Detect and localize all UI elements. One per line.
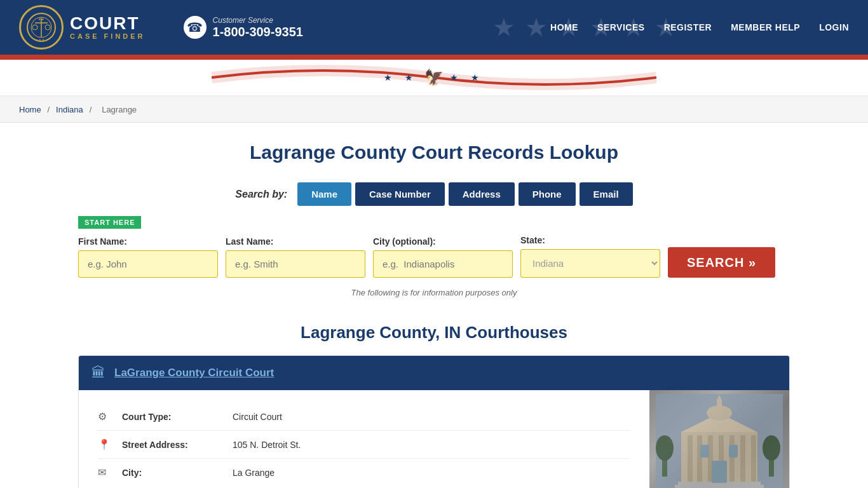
nav-member-help[interactable]: MEMBER HELP (731, 22, 800, 32)
main-content: Lagrange County Court Records Lookup Sea… (53, 123, 815, 488)
breadcrumb-sep-1: / (48, 105, 50, 114)
city-detail-value: La Grange (233, 468, 275, 478)
city-icon: ✉ (98, 466, 113, 478)
svg-rect-15 (697, 435, 702, 483)
last-name-field-group: Last Name: (226, 236, 365, 278)
last-name-input[interactable] (226, 250, 365, 278)
search-fields-row: First Name: Last Name: City (optional): … (78, 235, 790, 278)
breadcrumb-sep-2: / (90, 105, 92, 114)
ribbon-area: ★ ★ 🦅 ★ ★ (0, 60, 868, 97)
cs-phone: 1-800-309-9351 (213, 25, 303, 39)
court-type-icon: ⚙ (98, 410, 113, 423)
svg-rect-28 (700, 445, 709, 458)
logo-circle: ★ ★ ★ ★ ★ (19, 5, 64, 50)
start-here-badge: START HERE (78, 216, 790, 235)
svg-rect-26 (717, 400, 722, 414)
tab-phone[interactable]: Phone (519, 182, 576, 206)
ribbon-stars-left: ★ ★ (384, 72, 418, 83)
customer-service: ☎ Customer Service 1-800-309-9351 (184, 16, 303, 39)
ribbon-stars-right: ★ ★ (450, 72, 484, 83)
search-by-row: Search by: Name Case Number Address Phon… (78, 182, 790, 206)
svg-rect-19 (740, 435, 745, 483)
court-type-label: Court Type: (122, 412, 224, 422)
breadcrumb: Home / Indiana / Lagrange (0, 97, 868, 123)
svg-rect-29 (729, 445, 738, 458)
logo-sub-label: CASE FINDER (70, 32, 146, 40)
courthouse-image-placeholder (649, 390, 789, 488)
courthouse-image (649, 390, 789, 488)
city-detail-label: City: (122, 468, 224, 478)
detail-row-city: ✉ City: La Grange (98, 459, 630, 486)
tab-email[interactable]: Email (580, 182, 633, 206)
red-banner (0, 55, 868, 60)
cs-label: Customer Service (213, 16, 303, 25)
detail-row-court-type: ⚙ Court Type: Circuit Court (98, 403, 630, 431)
breadcrumb-home[interactable]: Home (19, 105, 41, 114)
courthouse-body: ⚙ Court Type: Circuit Court 📍 Street Add… (79, 390, 789, 488)
street-address-value: 105 N. Detroit St. (233, 440, 301, 450)
city-field-group: City (optional): (373, 236, 513, 278)
logo-text: COURT CASE FINDER (70, 15, 146, 40)
state-label: State: (520, 235, 660, 245)
courthouse-details: ⚙ Court Type: Circuit Court 📍 Street Add… (79, 390, 649, 488)
tab-address[interactable]: Address (449, 182, 515, 206)
main-nav: HOME SERVICES REGISTER MEMBER HELP LOGIN (550, 22, 849, 32)
page-title: Lagrange County Court Records Lookup (78, 142, 790, 163)
address-icon: 📍 (98, 438, 113, 451)
breadcrumb-lagrange: Lagrange (102, 105, 137, 114)
nav-register[interactable]: REGISTER (664, 22, 712, 32)
svg-rect-22 (675, 485, 764, 488)
courthouses-title: Lagrange County, IN Courthouses (78, 323, 790, 342)
tab-name[interactable]: Name (297, 182, 351, 206)
start-here-label: START HERE (78, 216, 141, 229)
state-select[interactable]: Indiana Alabama Alaska Arizona Arkansas … (520, 249, 660, 278)
svg-rect-18 (729, 435, 735, 483)
ribbon-eagle: 🦅 (424, 69, 444, 86)
search-by-label: Search by: (235, 189, 287, 200)
first-name-input[interactable] (78, 250, 218, 278)
svg-text:★ ★: ★ ★ (38, 17, 44, 21)
svg-point-12 (763, 435, 780, 461)
logo[interactable]: ★ ★ ★ ★ ★ COURT CASE FINDER (19, 5, 146, 50)
tab-case-number[interactable]: Case Number (355, 182, 445, 206)
svg-point-10 (656, 435, 674, 461)
svg-rect-30 (712, 461, 727, 483)
city-label: City (optional): (373, 236, 513, 247)
nav-services[interactable]: SERVICES (597, 22, 645, 32)
courthouse-icon: 🏛 (92, 365, 105, 381)
nav-login[interactable]: LOGIN (819, 22, 849, 32)
state-field-group: State: Indiana Alabama Alaska Arizona Ar… (520, 235, 660, 278)
svg-text:★ ★ ★: ★ ★ ★ (36, 38, 44, 41)
courthouse-name[interactable]: LaGrange County Circuit Court (114, 367, 274, 379)
site-header: ★ ★ ★ ★ ★ ★ ★ ★ ★ ★ ★ (0, 0, 868, 55)
first-name-field-group: First Name: (78, 236, 218, 278)
building-svg (656, 394, 783, 489)
street-address-label: Street Address: (122, 440, 224, 450)
svg-point-4 (32, 25, 37, 30)
svg-rect-14 (688, 435, 693, 483)
nav-home[interactable]: HOME (550, 22, 578, 32)
courthouse-card: 🏛 LaGrange County Circuit Court ⚙ Court … (78, 355, 790, 488)
breadcrumb-indiana[interactable]: Indiana (56, 105, 83, 114)
court-type-value: Circuit Court (233, 412, 282, 422)
search-section: Search by: Name Case Number Address Phon… (78, 182, 790, 297)
svg-point-5 (45, 25, 50, 30)
cs-text: Customer Service 1-800-309-9351 (213, 16, 303, 39)
city-input[interactable] (373, 250, 513, 278)
courthouse-header: 🏛 LaGrange County Circuit Court (79, 356, 789, 390)
logo-court-label: COURT (70, 15, 146, 32)
svg-rect-20 (751, 435, 756, 483)
phone-icon: ☎ (184, 16, 207, 39)
detail-row-address: 📍 Street Address: 105 N. Detroit St. (98, 431, 630, 459)
info-note: The following is for information purpose… (78, 288, 790, 297)
first-name-label: First Name: (78, 236, 218, 247)
last-name-label: Last Name: (226, 236, 365, 247)
search-button[interactable]: SEARCH » (668, 247, 775, 278)
